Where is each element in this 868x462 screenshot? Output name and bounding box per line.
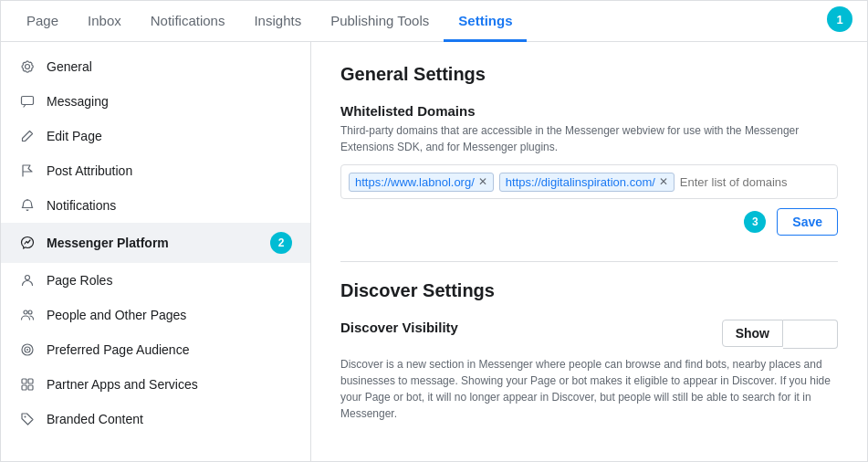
- svg-rect-9: [22, 385, 26, 390]
- sidebar-label-edit-page: Edit Page: [47, 129, 292, 143]
- svg-point-1: [26, 276, 30, 280]
- discover-text: Discover Visibility: [340, 320, 707, 339]
- nav-badge: 1: [827, 6, 852, 32]
- svg-point-6: [26, 349, 28, 351]
- flag-icon: [19, 163, 36, 179]
- whitelisted-domains-block: Whitelisted Domains Third-party domains …: [340, 103, 838, 236]
- domain-text-input[interactable]: [680, 175, 830, 189]
- save-button[interactable]: Save: [777, 208, 838, 236]
- discover-settings-title: Discover Settings: [340, 280, 838, 301]
- sidebar-label-messenger-platform: Messenger Platform: [47, 236, 259, 250]
- svg-rect-10: [28, 385, 33, 390]
- sidebar-label-notifications: Notifications: [47, 198, 292, 213]
- app-container: Page Inbox Notifications Insights Publis…: [0, 0, 868, 462]
- discover-visibility-block: Discover Visibility Show Discover is a n…: [340, 320, 838, 422]
- svg-rect-8: [28, 379, 33, 383]
- whitelisted-domains-label: Whitelisted Domains: [340, 103, 838, 119]
- sidebar-item-messaging[interactable]: Messaging: [1, 84, 310, 119]
- svg-rect-7: [22, 379, 26, 383]
- sidebar-label-post-attribution: Post Attribution: [47, 163, 292, 178]
- discover-row: Discover Visibility Show: [340, 320, 838, 349]
- discover-visibility-label: Discover Visibility: [340, 320, 707, 335]
- general-settings-title: General Settings: [340, 64, 838, 85]
- discover-visibility-desc: Discover is a new section in Messenger w…: [340, 356, 838, 422]
- messenger-platform-badge: 2: [270, 232, 292, 254]
- svg-point-3: [28, 310, 32, 314]
- whitelisted-domains-desc: Third-party domains that are accessible …: [340, 122, 838, 155]
- domain-tag-labnol: https://www.labnol.org/ ✕: [349, 173, 494, 192]
- main-layout: General Messaging Edit Page: [1, 42, 867, 461]
- nav-item-inbox[interactable]: Inbox: [73, 1, 136, 42]
- sidebar-item-page-roles[interactable]: Page Roles: [1, 263, 310, 298]
- sidebar-label-preferred-page-audience: Preferred Page Audience: [47, 342, 292, 357]
- gear-icon: [19, 58, 36, 75]
- sidebar-label-page-roles: Page Roles: [47, 273, 292, 288]
- nav-item-notifications[interactable]: Notifications: [136, 1, 240, 42]
- sidebar-item-edit-page[interactable]: Edit Page: [1, 119, 310, 153]
- discover-actions: Show: [722, 320, 838, 349]
- sidebar-item-branded-content[interactable]: Branded Content: [1, 402, 310, 436]
- domain-input-area[interactable]: https://www.labnol.org/ ✕ https://digita…: [340, 164, 838, 199]
- sidebar-item-messenger-platform[interactable]: Messenger Platform 2: [1, 223, 310, 263]
- sidebar-label-partner-apps-and-services: Partner Apps and Services: [47, 377, 292, 392]
- save-badge: 3: [744, 211, 766, 233]
- domain-tag-labnol-text: https://www.labnol.org/: [355, 175, 475, 189]
- bell-icon: [19, 197, 36, 214]
- tag-icon: [19, 411, 36, 427]
- puzzle-icon: [19, 376, 36, 393]
- show-button[interactable]: Show: [722, 320, 783, 347]
- svg-rect-0: [22, 97, 34, 105]
- target-icon: [19, 341, 36, 358]
- svg-point-2: [24, 310, 27, 314]
- sidebar-item-preferred-page-audience[interactable]: Preferred Page Audience: [1, 332, 310, 367]
- nav-item-settings[interactable]: Settings: [444, 1, 527, 42]
- edit-icon: [19, 128, 36, 144]
- sidebar-item-post-attribution[interactable]: Post Attribution: [1, 153, 310, 188]
- sidebar-item-notifications[interactable]: Notifications: [1, 188, 310, 223]
- people-icon: [19, 307, 36, 323]
- sidebar-item-general[interactable]: General: [1, 49, 310, 84]
- save-row: 3 Save: [340, 208, 838, 236]
- svg-point-11: [25, 416, 26, 418]
- sidebar-item-people-and-other-pages[interactable]: People and Other Pages: [1, 298, 310, 332]
- section-divider: [340, 261, 838, 262]
- sidebar-label-messaging: Messaging: [47, 94, 292, 109]
- messenger-icon: [19, 235, 36, 251]
- domain-tag-labnol-close[interactable]: ✕: [478, 175, 487, 188]
- domain-tag-digitalinspiration: https://digitalinspiration.com/ ✕: [499, 173, 675, 192]
- sidebar-item-partner-apps-and-services[interactable]: Partner Apps and Services: [1, 367, 310, 402]
- discover-input-box[interactable]: [783, 320, 838, 349]
- nav-item-page[interactable]: Page: [12, 1, 73, 42]
- sidebar: General Messaging Edit Page: [1, 42, 311, 461]
- nav-item-insights[interactable]: Insights: [239, 1, 316, 42]
- domain-tag-digitalinspiration-text: https://digitalinspiration.com/: [506, 175, 655, 189]
- sidebar-label-branded-content: Branded Content: [47, 412, 292, 426]
- sidebar-label-people-and-other-pages: People and Other Pages: [47, 308, 292, 322]
- person-icon: [19, 272, 36, 289]
- sidebar-label-general: General: [47, 59, 292, 74]
- main-content: General Settings Whitelisted Domains Thi…: [311, 42, 867, 461]
- nav-item-publishing-tools[interactable]: Publishing Tools: [316, 1, 444, 42]
- comment-icon: [19, 93, 36, 110]
- domain-tag-digitalinspiration-close[interactable]: ✕: [659, 175, 668, 188]
- top-nav: Page Inbox Notifications Insights Publis…: [1, 1, 867, 42]
